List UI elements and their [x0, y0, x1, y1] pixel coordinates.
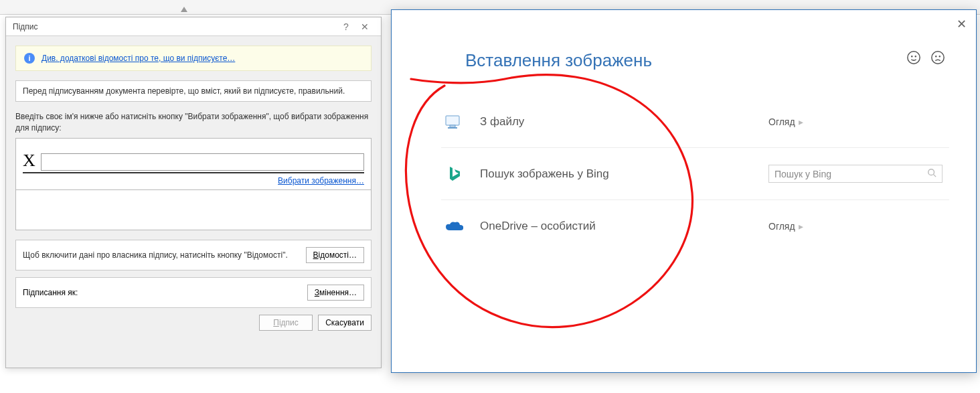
svg-rect-6: [446, 116, 459, 125]
dialog-title: Підпис: [13, 22, 337, 31]
sign-button: Підпис: [259, 315, 313, 331]
svg-line-10: [934, 175, 936, 177]
onedrive-icon: [441, 220, 468, 233]
frown-icon[interactable]: [930, 50, 945, 68]
from-file-label: З файлу: [480, 115, 768, 129]
signature-name-input[interactable]: [41, 153, 364, 171]
select-image-link[interactable]: Вибрати зображення…: [278, 176, 364, 185]
feedback-faces: [906, 50, 945, 68]
help-button[interactable]: ?: [337, 21, 355, 32]
bing-search-placeholder: Пошук у Bing: [774, 169, 923, 179]
svg-point-0: [908, 52, 920, 64]
signature-x-mark: X: [23, 151, 35, 171]
signing-as-row: Підписання як: Змінення…: [15, 277, 372, 308]
ruler-indent-marker[interactable]: [181, 7, 187, 12]
svg-point-4: [936, 56, 936, 57]
svg-rect-8: [448, 127, 457, 129]
signature-name-box: X Вибрати зображення…: [15, 138, 372, 190]
onedrive-row[interactable]: OneDrive – особистий Огляд ▸: [441, 200, 949, 252]
svg-rect-7: [450, 125, 455, 127]
insert-images-dialog: ✕ Вставлення зображень З файлу: [391, 9, 977, 373]
svg-point-5: [939, 56, 940, 57]
instruction-text: Введіть своє ім'я нижче або натисніть кн…: [15, 111, 372, 134]
signature-dialog: Підпис ? ✕ i Див. додаткові відомості пр…: [5, 17, 382, 368]
details-button[interactable]: Відомості…: [306, 247, 364, 263]
info-link[interactable]: Див. додаткові відомості про те, що ви п…: [42, 54, 235, 63]
browse-onedrive-link[interactable]: Огляд ▸: [768, 221, 804, 232]
dialog-footer: Підпис Скасувати: [15, 315, 372, 331]
info-banner: i Див. додаткові відомості про те, що ви…: [15, 46, 372, 71]
dialog-titlebar: Підпис ? ✕: [6, 17, 381, 36]
bing-label: Пошук зображень у Bing: [480, 167, 768, 181]
signature-preview-area: [15, 190, 372, 230]
cancel-button[interactable]: Скасувати: [318, 315, 372, 331]
from-file-row[interactable]: З файлу Огляд ▸: [441, 96, 949, 148]
smile-icon[interactable]: [906, 50, 921, 68]
bing-icon: [441, 165, 468, 183]
browse-file-link[interactable]: Огляд ▸: [768, 116, 804, 127]
change-button[interactable]: Змінення…: [307, 285, 364, 301]
svg-point-3: [932, 52, 944, 64]
search-icon: [927, 168, 936, 179]
close-button[interactable]: ✕: [957, 17, 967, 31]
insert-images-title: Вставлення зображень: [465, 50, 652, 71]
verify-notice: Перед підписуванням документа перевірте,…: [15, 80, 372, 102]
signing-as-label: Підписання як:: [23, 288, 78, 297]
onedrive-label: OneDrive – особистий: [480, 220, 768, 233]
close-button[interactable]: ✕: [355, 21, 374, 32]
owner-info-row: Щоб включити дані про власника підпису, …: [15, 240, 372, 270]
computer-icon: [441, 114, 468, 129]
svg-point-2: [915, 56, 916, 57]
bing-search-input[interactable]: Пошук у Bing: [768, 165, 943, 183]
svg-point-1: [912, 56, 912, 57]
bing-search-row[interactable]: Пошук зображень у Bing Пошук у Bing: [441, 148, 949, 200]
svg-point-9: [928, 169, 934, 175]
info-icon: i: [24, 53, 35, 64]
owner-info-text: Щоб включити дані про власника підпису, …: [23, 250, 306, 260]
